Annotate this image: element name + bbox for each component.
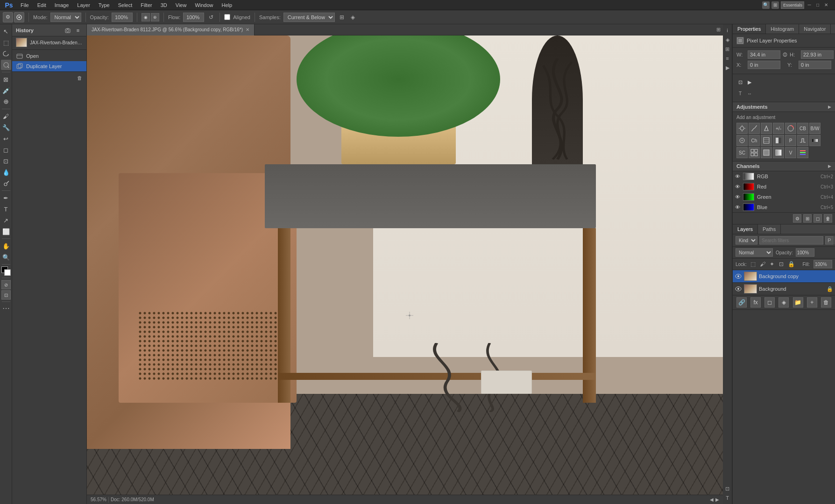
sidebar-type-icon[interactable]: T bbox=[723, 494, 732, 502]
colorlookup-adj-btn[interactable] bbox=[761, 135, 772, 146]
tool-preset-btn[interactable]: ⚙ bbox=[3, 12, 13, 22]
layer-group-btn[interactable]: 📁 bbox=[793, 297, 803, 308]
lock-position-btn[interactable]: ✦ bbox=[769, 260, 775, 268]
brightness-adj-btn[interactable] bbox=[736, 123, 748, 134]
mode-select[interactable]: Normal bbox=[50, 13, 81, 22]
solidcolor-adj-btn[interactable] bbox=[761, 147, 772, 158]
huesat-adj-btn[interactable] bbox=[785, 123, 796, 134]
zoom-indicator[interactable]: 56.57% bbox=[91, 497, 106, 502]
move-tool[interactable]: ↖ bbox=[1, 26, 11, 36]
blend-mode-select[interactable]: Normal bbox=[736, 248, 773, 257]
close-btn[interactable]: ✕ bbox=[823, 2, 829, 8]
channels-header[interactable]: Channels ▶ bbox=[733, 161, 835, 171]
menu-view[interactable]: View bbox=[172, 1, 191, 9]
layer-adj-btn[interactable]: ◈ bbox=[778, 297, 789, 308]
curves-adj-btn[interactable] bbox=[749, 123, 760, 134]
h-input[interactable] bbox=[801, 50, 834, 59]
layer-vis-bg[interactable] bbox=[735, 286, 742, 292]
channels-btn-3[interactable]: ◻ bbox=[814, 214, 822, 223]
channels-btn-1[interactable]: ⚙ bbox=[793, 214, 801, 223]
sidebar-transform-icon[interactable]: ⊡ bbox=[723, 484, 732, 493]
selectivecolor-adj-btn[interactable]: SC bbox=[736, 147, 748, 158]
pen-tool[interactable]: ✒ bbox=[1, 193, 11, 203]
history-brush-tool[interactable]: ↩ bbox=[1, 133, 11, 144]
adjustments-header[interactable]: Adjustments ▶ bbox=[733, 102, 835, 112]
gradientmap-adj-btn[interactable] bbox=[809, 135, 821, 146]
crop-tool[interactable]: ⊠ bbox=[1, 74, 11, 84]
flow-input[interactable] bbox=[183, 13, 204, 22]
threshold-adj-btn[interactable] bbox=[797, 135, 808, 146]
props-extra-btn-4[interactable]: ↔ bbox=[746, 90, 753, 98]
channels-btn-2[interactable]: ⊞ bbox=[803, 214, 812, 223]
layer-background[interactable]: Background 🔒 bbox=[733, 283, 835, 295]
menu-image[interactable]: Image bbox=[51, 1, 73, 9]
w-input[interactable] bbox=[748, 50, 780, 59]
eyedropper-tool[interactable]: 💉 bbox=[1, 85, 11, 96]
props-extra-btn-1[interactable]: ⊡ bbox=[736, 79, 744, 86]
app-logo[interactable]: Ps bbox=[2, 0, 16, 10]
gradient-adj-btn[interactable] bbox=[773, 147, 784, 158]
zoom-tool[interactable]: 🔍 bbox=[1, 252, 11, 262]
shape-tool[interactable]: ⬜ bbox=[1, 226, 11, 237]
menu-layer[interactable]: Layer bbox=[73, 1, 94, 9]
sidebar-channels-icon[interactable]: ≡ bbox=[723, 54, 732, 63]
photofilter-adj-btn[interactable] bbox=[736, 135, 748, 146]
samples-select[interactable]: Current & Below bbox=[283, 13, 335, 22]
status-arrow-right[interactable]: ▶ bbox=[715, 497, 719, 502]
channel-rgb[interactable]: 👁 RGB Ctrl+2 bbox=[733, 171, 835, 182]
lock-transparent-btn[interactable]: ⬚ bbox=[750, 260, 756, 268]
posterize-adj-btn[interactable]: P bbox=[785, 135, 796, 146]
vibrance-adj-btn[interactable]: V bbox=[785, 147, 796, 158]
props-extra-btn-2[interactable]: ▶ bbox=[746, 79, 753, 86]
props-extra-btn-3[interactable]: T bbox=[736, 90, 744, 98]
layer-filter-btn-1[interactable]: P bbox=[825, 236, 834, 245]
invert-adj-btn[interactable] bbox=[773, 135, 784, 146]
sidebar-extra-icon[interactable]: ▶ bbox=[723, 63, 732, 72]
brush-smaller-btn[interactable]: ◉ bbox=[142, 13, 150, 21]
layer-delete-btn[interactable]: 🗑 bbox=[821, 297, 831, 308]
channel-green[interactable]: 👁 Green Ctrl+4 bbox=[733, 192, 835, 202]
layer-mask-btn[interactable]: ◻ bbox=[764, 297, 775, 308]
levels-adj-btn[interactable] bbox=[761, 123, 772, 134]
channel-blue[interactable]: 👁 Blue Ctrl+5 bbox=[733, 202, 835, 212]
tab-navigator[interactable]: Navigator bbox=[799, 24, 831, 34]
stamp-tool[interactable]: 🔧 bbox=[1, 122, 11, 133]
opacity-input[interactable] bbox=[112, 13, 133, 22]
aligned-checkbox[interactable] bbox=[224, 14, 230, 20]
menu-help[interactable]: Help bbox=[218, 1, 236, 9]
history-open-item[interactable]: Open bbox=[12, 51, 86, 61]
pattern-adj-btn[interactable] bbox=[749, 147, 760, 158]
channels-btn-4[interactable]: 🗑 bbox=[824, 214, 832, 223]
history-duplicate-item[interactable]: Duplicate Layer bbox=[12, 61, 86, 71]
tab-histogram[interactable]: Histogram bbox=[766, 24, 799, 34]
layer-vis-bg-copy[interactable] bbox=[735, 273, 742, 279]
lock-image-btn[interactable]: 🖌 bbox=[760, 260, 765, 268]
tab-close-btn[interactable]: ✕ bbox=[246, 27, 249, 32]
menu-edit[interactable]: Edit bbox=[34, 1, 50, 9]
menu-file[interactable]: File bbox=[17, 1, 33, 9]
lock-artboard-btn[interactable]: ⊡ bbox=[778, 260, 784, 268]
menu-window[interactable]: Window bbox=[191, 1, 217, 9]
y-input[interactable] bbox=[799, 61, 831, 69]
menu-select[interactable]: Select bbox=[114, 1, 136, 9]
channel-green-vis-btn[interactable]: 👁 bbox=[735, 194, 740, 200]
sidebar-properties-icon[interactable]: i bbox=[723, 26, 732, 35]
menu-type[interactable]: Type bbox=[95, 1, 113, 9]
sidebar-layers-icon[interactable]: ⊞ bbox=[723, 45, 732, 53]
hand-tool[interactable]: ✋ bbox=[1, 241, 11, 251]
opacity-row-input[interactable] bbox=[796, 248, 814, 257]
channel-rgb-vis-btn[interactable]: 👁 bbox=[735, 174, 740, 179]
document-tab[interactable]: JAX-Rivertown-Braden 8112.JPG @ 56.6% (B… bbox=[87, 24, 255, 35]
colorbalance-adj-btn[interactable]: CB bbox=[797, 123, 808, 134]
brush-larger-btn[interactable]: ⊕ bbox=[151, 13, 159, 21]
channel-blue-vis-btn[interactable]: 👁 bbox=[735, 204, 740, 210]
aligned-label[interactable]: Aligned bbox=[233, 14, 250, 20]
layer-fx-btn[interactable]: fx bbox=[750, 297, 761, 308]
x-input[interactable] bbox=[748, 61, 780, 69]
wh-link-icon[interactable] bbox=[782, 51, 788, 58]
path-selection-tool[interactable]: ↗ bbox=[1, 215, 11, 225]
layer-link-btn[interactable]: 🔗 bbox=[736, 297, 747, 308]
minimize-btn[interactable]: ─ bbox=[806, 2, 813, 8]
flow-icon-btn[interactable]: ↺ bbox=[207, 13, 215, 21]
blur-tool[interactable]: 💧 bbox=[1, 167, 11, 177]
